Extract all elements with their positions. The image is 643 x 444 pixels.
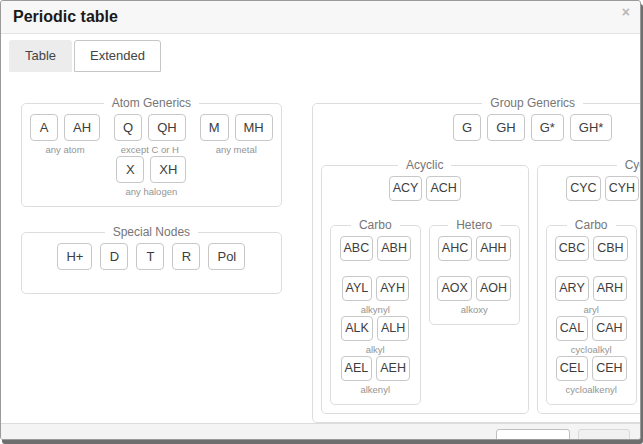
palette-button-ael[interactable]: AEL [341,356,373,381]
periodic-table-dialog: Periodic table × Table Extended Atom Gen… [0,0,641,440]
button-row: AOXAOH [437,276,511,301]
button-row: AHCAHH [438,236,511,261]
palette-button-ayl[interactable]: AYL [342,276,373,301]
palette-button-m[interactable]: M [200,114,229,141]
dialog-footer: Cancel OK [1,423,640,440]
button-row: ALKALH [341,316,409,341]
atom-generics-fieldset: Atom Generics AAHany atomQQHexcept C or … [21,96,282,207]
palette-button-ahc[interactable]: AHC [438,236,472,261]
acyclic-hetero-legend: Hetero [448,218,500,232]
button-group: AOXAOHalkoxy [437,276,511,316]
palette-button-abh[interactable]: ABH [377,236,411,261]
button-row: QQH [114,114,186,141]
palette-button-ahh[interactable]: AHH [476,236,510,261]
dialog-titlebar: Periodic table × [1,1,640,34]
palette-row: XXHany halogen [30,156,273,198]
acyclic-hetero-fieldset: Hetero AHCAHHAOXAOHalkoxy [429,218,520,325]
button-row: H+DTRPol [57,243,245,270]
group-caption: any metal [216,143,257,156]
close-icon[interactable]: × [622,5,630,19]
palette-row: GGHG*GH* [321,114,641,156]
palette-button-cal[interactable]: CAL [556,316,588,341]
palette-button-cbc[interactable]: CBC [555,236,589,261]
page-background: Periodic table × Table Extended Atom Gen… [0,0,643,444]
palette-button-ary[interactable]: ARY [555,276,588,301]
group-caption: alkynyl [361,303,390,316]
cyclic-legend: Cyclic [617,158,641,172]
palette-button-pol[interactable]: Pol [208,243,245,270]
palette-button-cyh[interactable]: CYH [605,176,639,201]
group-generics-top-palette: GGHG*GH* [321,114,641,156]
ok-button[interactable]: OK [578,429,630,441]
palette-button-ayh[interactable]: AYH [376,276,409,301]
palette-button-h-plus[interactable]: H+ [57,243,92,270]
cyclic-carbo-fieldset: Carbo CBCCBHARYARHarylCALCAHcycloalkylCE… [546,218,637,405]
acyclic-carbo-palette: ABCABHAYLAYHalkynylALKALHalkylAELAEHalke… [339,236,412,396]
button-group: H+DTRPol [57,243,245,285]
atom-generics-legend: Atom Generics [104,96,199,110]
palette-button-q[interactable]: Q [114,114,142,141]
button-row: CALCAH [556,316,627,341]
special-nodes-legend: Special Nodes [105,225,198,239]
group-caption: alkyl [366,343,385,356]
palette-button-alk[interactable]: ALK [341,316,373,341]
palette-row: ACYACH [330,176,520,216]
button-group: ABCABH [340,236,411,276]
palette-button-cah[interactable]: CAH [592,316,626,341]
palette-row: H+DTRPol [30,243,273,285]
left-column: Atom Generics AAHany atomQQHexcept C or … [21,96,282,423]
palette-button-cel[interactable]: CEL [556,356,588,381]
palette-button-mh[interactable]: MH [235,114,273,141]
palette-button-abc[interactable]: ABC [340,236,374,261]
button-group: AAHany atom [30,114,100,156]
palette-button-qh[interactable]: QH [148,114,186,141]
cyclic-fieldset: Cyclic CYCCYHCXXCXHno carbon Carbo CBCCB… [537,158,641,414]
palette-button-alh[interactable]: ALH [377,316,409,341]
palette-button-arh[interactable]: ARH [593,276,627,301]
palette-button-gh-star[interactable]: GH* [570,114,613,141]
palette-button-aox[interactable]: AOX [437,276,471,301]
button-group: CYCCYH [566,176,639,216]
palette-button-xh[interactable]: XH [150,156,186,183]
palette-button-ach[interactable]: ACH [426,176,460,201]
special-nodes-fieldset: Special Nodes H+DTRPol [21,225,282,294]
cyclic-carbo-legend: Carbo [567,218,616,232]
acyclic-sub-columns: Carbo ABCABHAYLAYHalkynylALKALHalkylAELA… [330,218,520,405]
palette-button-d[interactable]: D [100,243,128,270]
palette-button-r[interactable]: R [172,243,200,270]
button-group: XXHany halogen [116,156,186,198]
palette-button-gh[interactable]: GH [487,114,525,141]
cyclic-sub-columns: Carbo CBCCBHARYARHarylCALCAHcycloalkylCE… [546,218,641,405]
palette-button-cbh[interactable]: CBH [593,236,627,261]
palette-button-cyc[interactable]: CYC [566,176,600,201]
group-caption: cycloalkenyl [566,383,617,396]
palette-button-t[interactable]: T [136,243,164,270]
tab-bar: Table Extended [1,34,640,72]
palette-button-aoh[interactable]: AOH [476,276,511,301]
acyclic-hetero-palette: AHCAHHAOXAOHalkoxy [438,236,511,316]
palette-button-ceh[interactable]: CEH [592,356,626,381]
tab-extended[interactable]: Extended [74,40,161,72]
palette-button-acy[interactable]: ACY [389,176,423,201]
palette-button-g[interactable]: G [453,114,481,141]
button-group: AHCAHH [438,236,511,276]
group-generics-legend: Group Generics [482,96,583,110]
palette-row: ALKALHalkyl [339,316,412,356]
group-caption: aryl [584,303,599,316]
palette-button-ah[interactable]: AH [64,114,100,141]
palette-button-a[interactable]: A [30,114,58,141]
palette-button-x[interactable]: X [116,156,144,183]
cancel-button[interactable]: Cancel [496,429,570,441]
palette-row: AOXAOHalkoxy [438,276,511,316]
cyclic-top-palette: CYCCYHCXXCXHno carbon [546,176,641,216]
button-group: AYLAYHalkynyl [342,276,409,316]
acyclic-legend: Acyclic [398,158,451,172]
special-nodes-palette: H+DTRPol [30,243,273,285]
palette-button-aeh[interactable]: AEH [376,356,410,381]
acyclic-cyclic-columns: Acyclic ACYACH Carbo ABCABHAYLAYHalkynyl… [321,158,641,414]
button-row: ACYACH [389,176,461,201]
palette-button-g-star[interactable]: G* [531,114,564,141]
palette-row: AELAEHalkenyl [339,356,412,396]
tab-table[interactable]: Table [9,40,72,72]
cyclic-carbo-palette: CBCCBHARYARHarylCALCAHcycloalkylCELCEHcy… [555,236,628,396]
